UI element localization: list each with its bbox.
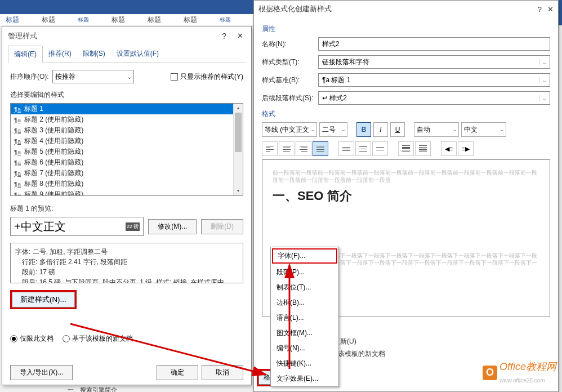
tab-restrict[interactable]: 限制(S): [77, 46, 111, 63]
line-spacing-3-icon[interactable]: [372, 141, 388, 156]
new-style-button[interactable]: 新建样式(N)...: [12, 292, 75, 308]
radio-template[interactable]: 基于该模板的新文档: [63, 334, 133, 344]
indent-increase-icon[interactable]: ≡▶: [458, 141, 474, 156]
name-label: 名称(N):: [262, 39, 318, 49]
lang-select[interactable]: 中文⌵: [461, 122, 506, 137]
close-icon[interactable]: ✕: [234, 32, 246, 41]
underline-button[interactable]: U: [390, 122, 405, 137]
follow-select[interactable]: ↵ 样式2⌵: [318, 91, 550, 105]
list-item: ¶a标题 7 (使用前隐藏): [11, 168, 243, 179]
scrollbar[interactable]: ▴ ▾: [233, 104, 243, 195]
base-select[interactable]: ¶a 标题 1⌵: [318, 73, 550, 87]
ok-button[interactable]: 确定: [157, 365, 198, 380]
list-item: ¶a标题 4 (使用前隐藏): [11, 136, 243, 146]
import-export-button[interactable]: 导入/导出(X)...: [10, 365, 73, 380]
dialog-title: 管理样式: [8, 31, 37, 41]
menu-numbering[interactable]: 编号(N)...: [271, 341, 338, 356]
tabs: 编辑(E) 推荐(R) 限制(S) 设置默认值(F): [8, 46, 246, 63]
only-recommended-checkbox[interactable]: 只显示推荐的样式(Y): [171, 72, 243, 82]
manage-styles-dialog: 管理样式 ? ✕ 编辑(E) 推荐(R) 限制(S) 设置默认值(F) 排序顺序…: [2, 26, 252, 385]
list-label: 选择要编辑的样式: [10, 90, 243, 100]
menu-tabs[interactable]: 制表位(T)...: [271, 280, 338, 295]
help-icon[interactable]: ?: [538, 5, 542, 14]
style-list[interactable]: ¶a标题 1 ¶a标题 2 (使用前隐藏) ¶a标题 3 (使用前隐藏) ¶a标…: [10, 103, 243, 196]
list-item: ¶a标题 5 (使用前隐藏): [11, 146, 243, 157]
format-menu: 字体(F)... 段落(P)... 制表位(T)... 边框(B)... 语言(…: [270, 247, 339, 387]
sort-select[interactable]: 按推荐⌵: [52, 70, 134, 83]
italic-button[interactable]: I: [373, 122, 388, 137]
menu-border[interactable]: 边框(B)...: [271, 295, 338, 310]
menu-texteffect[interactable]: 文字效果(E)...: [271, 371, 338, 386]
list-item: ¶a标题 9 (使用前隐藏): [11, 189, 243, 196]
section-format: 格式: [262, 109, 550, 119]
help-icon[interactable]: ?: [220, 32, 229, 41]
tab-defaults[interactable]: 设置默认值(F): [111, 46, 164, 63]
list-item: ¶a标题 1: [11, 104, 243, 114]
tab-recommend[interactable]: 推荐(R): [43, 46, 77, 63]
align-justify-icon[interactable]: [313, 141, 328, 156]
menu-language[interactable]: 语言(L)...: [271, 310, 338, 326]
dialog-title: 根据格式化创建新样式: [258, 4, 332, 14]
list-item: ¶a标题 3 (使用前隐藏): [11, 125, 243, 136]
line-spacing-2-icon[interactable]: [355, 141, 371, 156]
tab-edit[interactable]: 编辑(E): [8, 46, 43, 63]
menu-paragraph[interactable]: 段落(P)...: [271, 265, 338, 280]
delete-button: 删除(D): [201, 219, 243, 234]
name-input[interactable]: 样式2: [318, 37, 550, 51]
font-color-select[interactable]: 自动⌵: [414, 122, 459, 137]
bold-button[interactable]: B: [356, 122, 371, 137]
font-size-select[interactable]: 二号⌵: [319, 122, 347, 137]
preview-label: 标题 1 的预览:: [10, 204, 243, 213]
menu-shortcut[interactable]: 快捷键(K)...: [271, 356, 338, 371]
modify-button[interactable]: 修改(M)...: [148, 219, 197, 234]
space-after-icon[interactable]: [415, 141, 431, 156]
menu-font[interactable]: 字体(F)...: [272, 248, 337, 264]
sort-label: 排序顺序(O):: [10, 72, 49, 82]
space-before-icon[interactable]: [398, 141, 414, 156]
line-spacing-1-icon[interactable]: [338, 141, 354, 156]
type-label: 样式类型(T):: [262, 57, 318, 67]
watermark: O Office教程网 www.office26.com: [483, 360, 556, 385]
type-select[interactable]: 链接段落和字符⌵: [318, 55, 550, 69]
align-right-icon[interactable]: [296, 141, 311, 156]
list-item: ¶a标题 8 (使用前隐藏): [11, 179, 243, 189]
indent-decrease-icon[interactable]: ◀≡: [441, 141, 457, 156]
description-box: 字体: 二号, 加粗, 字距调整二号 行距: 多倍行距 2.41 字行, 段落间…: [10, 243, 243, 283]
base-label: 样式基准(B):: [262, 75, 318, 85]
close-icon[interactable]: ✕: [547, 5, 554, 14]
align-center-icon[interactable]: [279, 141, 295, 156]
section-properties: 属性: [262, 24, 550, 34]
radio-this-doc[interactable]: 仅限此文档: [10, 334, 53, 344]
list-item: ¶a标题 6 (使用前隐藏): [11, 157, 243, 168]
font-name-select[interactable]: 等线 (中文正文⌵: [262, 122, 317, 137]
highlight-annotation: 新建样式(N)...: [10, 290, 77, 309]
ribbon-style-gallery: 标题 标题 标题 标题 标题 标题 标题: [0, 14, 253, 25]
preview-box: +中文正文 22 磅: [10, 217, 144, 236]
menu-frame[interactable]: 图文框(M)...: [271, 326, 338, 341]
cancel-button[interactable]: 取消: [202, 365, 243, 380]
doc-text: 一、搜索引擎简介: [68, 386, 117, 392]
follow-label: 后续段落样式(S):: [262, 93, 318, 103]
align-left-icon[interactable]: [262, 141, 278, 156]
list-item: ¶a标题 2 (使用前隐藏): [11, 114, 243, 125]
